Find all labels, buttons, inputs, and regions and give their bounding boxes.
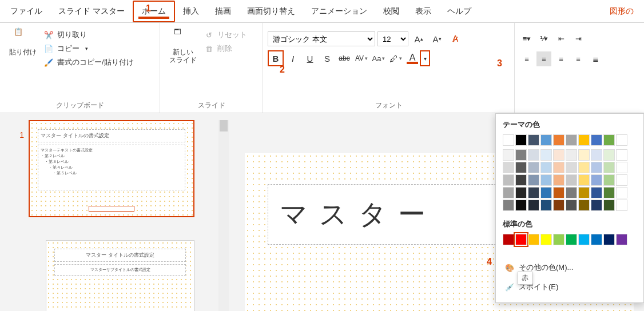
- color-swatch[interactable]: [503, 200, 514, 211]
- color-swatch[interactable]: [578, 187, 590, 198]
- align-center-button[interactable]: ≡: [536, 51, 551, 66]
- color-swatch[interactable]: [591, 174, 602, 186]
- color-swatch[interactable]: [503, 174, 514, 186]
- tab-shape-format[interactable]: 図形の: [602, 2, 642, 21]
- color-swatch[interactable]: [616, 149, 627, 161]
- color-swatch[interactable]: [616, 187, 627, 198]
- shadow-button[interactable]: S: [319, 50, 335, 66]
- bold-button[interactable]: B: [268, 50, 284, 66]
- color-swatch[interactable]: [591, 162, 602, 173]
- color-swatch[interactable]: [553, 149, 565, 161]
- color-swatch[interactable]: [540, 187, 552, 198]
- color-swatch[interactable]: [616, 174, 627, 186]
- tab-help[interactable]: ヘルプ: [439, 2, 479, 21]
- color-swatch[interactable]: [540, 174, 552, 186]
- color-swatch[interactable]: [566, 234, 577, 245]
- color-swatch[interactable]: [566, 187, 577, 198]
- color-swatch[interactable]: [553, 234, 565, 245]
- color-swatch[interactable]: [528, 174, 539, 186]
- color-swatch[interactable]: [603, 162, 615, 173]
- color-swatch[interactable]: [578, 162, 590, 173]
- tab-slide-master[interactable]: スライド マスター: [50, 2, 133, 21]
- font-size-select[interactable]: 12: [377, 31, 408, 46]
- color-swatch[interactable]: [603, 174, 615, 186]
- color-swatch[interactable]: [503, 234, 514, 245]
- color-swatch[interactable]: [616, 200, 627, 211]
- font-color-button[interactable]: A: [405, 50, 420, 65]
- tab-transition[interactable]: 画面切り替え: [239, 2, 303, 21]
- new-slide-button[interactable]: 🗔 新しい スライド: [165, 25, 201, 67]
- color-swatch[interactable]: [603, 187, 615, 198]
- numbering-button[interactable]: ⅟▾: [536, 31, 551, 46]
- color-swatch[interactable]: [528, 234, 539, 245]
- grow-font-button[interactable]: A▴: [411, 31, 427, 47]
- color-swatch[interactable]: [515, 174, 527, 186]
- color-swatch[interactable]: [566, 200, 577, 211]
- color-swatch[interactable]: [528, 134, 539, 146]
- color-swatch[interactable]: [603, 234, 615, 245]
- decrease-indent-button[interactable]: ⇤: [554, 31, 569, 46]
- tab-draw[interactable]: 描画: [207, 2, 239, 21]
- color-swatch[interactable]: [566, 134, 577, 146]
- color-swatch[interactable]: [515, 162, 527, 173]
- color-swatch[interactable]: [515, 234, 527, 245]
- bullets-button[interactable]: ≡▾: [519, 31, 534, 46]
- shrink-font-button[interactable]: A▾: [429, 31, 445, 47]
- distribute-button[interactable]: ≣: [588, 51, 603, 66]
- highlight-button[interactable]: 🖊: [388, 50, 404, 66]
- tab-review[interactable]: 校閲: [375, 2, 407, 21]
- tab-animation[interactable]: アニメーション: [303, 2, 375, 21]
- color-swatch[interactable]: [591, 187, 602, 198]
- format-painter-button[interactable]: 🖌️書式のコピー/貼り付け: [41, 56, 136, 69]
- reset-button[interactable]: ↺リセット: [201, 29, 249, 41]
- italic-button[interactable]: I: [285, 50, 301, 66]
- color-swatch[interactable]: [616, 134, 627, 146]
- paste-button[interactable]: 📋 貼り付け: [5, 25, 41, 58]
- cut-button[interactable]: ✂️切り取り: [41, 29, 136, 41]
- color-swatch[interactable]: [591, 200, 602, 211]
- color-swatch[interactable]: [553, 174, 565, 186]
- font-color-dropdown[interactable]: ▾: [420, 50, 430, 66]
- align-right-button[interactable]: ≡: [554, 51, 569, 66]
- justify-button[interactable]: ≡: [571, 51, 586, 66]
- color-swatch[interactable]: [578, 234, 590, 245]
- color-swatch[interactable]: [591, 149, 602, 161]
- tab-file[interactable]: ファイル: [2, 2, 50, 21]
- tab-insert[interactable]: 挿入: [175, 2, 207, 21]
- color-swatch[interactable]: [616, 162, 627, 173]
- font-name-select[interactable]: 游ゴシック 本文: [268, 31, 375, 46]
- color-swatch[interactable]: [528, 162, 539, 173]
- thumbnail-scrollbar[interactable]: [218, 120, 229, 311]
- master-thumbnail[interactable]: マスター タイトルの書式設定 マスターテキストの書式設定 ・第２レベル ・第３レ…: [29, 120, 194, 217]
- color-swatch[interactable]: [591, 134, 602, 146]
- color-swatch[interactable]: [566, 149, 577, 161]
- delete-button[interactable]: 🗑削除: [201, 42, 249, 55]
- color-swatch[interactable]: [540, 200, 552, 211]
- color-swatch[interactable]: [616, 234, 627, 245]
- color-swatch[interactable]: [503, 162, 514, 173]
- color-swatch[interactable]: [528, 149, 539, 161]
- color-swatch[interactable]: [566, 174, 577, 186]
- copy-button[interactable]: 📄コピー▾: [41, 42, 136, 55]
- color-swatch[interactable]: [503, 187, 514, 198]
- color-swatch[interactable]: [578, 200, 590, 211]
- color-swatch[interactable]: [578, 149, 590, 161]
- color-swatch[interactable]: [578, 174, 590, 186]
- color-swatch[interactable]: [553, 200, 565, 211]
- tab-view[interactable]: 表示: [407, 2, 439, 21]
- color-swatch[interactable]: [603, 200, 615, 211]
- color-swatch[interactable]: [515, 200, 527, 211]
- layout-thumbnail[interactable]: マスター タイトルの書式設定 マスターサブタイトルの書式設定: [46, 240, 194, 311]
- color-swatch[interactable]: [540, 234, 552, 245]
- color-swatch[interactable]: [553, 134, 565, 146]
- color-swatch[interactable]: [503, 134, 514, 146]
- char-spacing-button[interactable]: AV: [353, 50, 369, 66]
- color-swatch[interactable]: [540, 162, 552, 173]
- tab-home[interactable]: ホーム: [133, 1, 175, 22]
- strike-button[interactable]: abc: [336, 50, 352, 66]
- color-swatch[interactable]: [553, 162, 565, 173]
- color-swatch[interactable]: [603, 149, 615, 161]
- color-swatch[interactable]: [603, 134, 615, 146]
- color-swatch[interactable]: [553, 187, 565, 198]
- color-swatch[interactable]: [540, 134, 552, 146]
